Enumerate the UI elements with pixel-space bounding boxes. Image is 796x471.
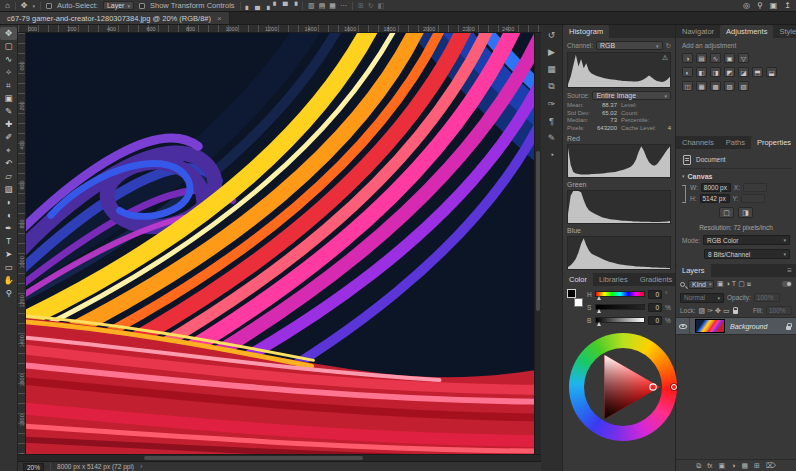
distribute-vertical-icon[interactable]: ▤ xyxy=(319,2,326,10)
posterize-icon[interactable]: ▦ xyxy=(696,81,707,91)
channel-mixer-icon[interactable]: ◪ xyxy=(738,67,749,77)
color-lookup-icon[interactable]: ⬒ xyxy=(752,67,763,77)
lock-pixels-icon[interactable]: ✑ xyxy=(707,307,713,315)
color-balance-icon[interactable]: ◧ xyxy=(696,67,707,77)
document-tab[interactable]: c67-79 gamer-and-creator-1280307384.jpg … xyxy=(0,12,230,24)
layer-effects-icon[interactable]: fx xyxy=(707,462,712,469)
clone-source-icon[interactable]: ⧉ xyxy=(548,81,554,92)
cached-data-warning-icon[interactable]: ⚠ xyxy=(662,54,668,62)
horizontal-ruler[interactable]: 0002004006008001000120014001600180020002… xyxy=(18,25,541,33)
canvas-section-caret-icon[interactable]: ▾ xyxy=(682,173,685,179)
color-wheel[interactable] xyxy=(567,331,671,453)
new-group-icon[interactable]: ▦ xyxy=(741,462,748,470)
hue-slider-handle[interactable] xyxy=(597,296,601,300)
new-layer-icon[interactable]: ⊞ xyxy=(754,462,760,470)
add-mask-icon[interactable]: ▣ xyxy=(719,462,726,470)
workspace-icon[interactable]: ▣ xyxy=(770,1,778,10)
filter-shape-icon[interactable]: ▢ xyxy=(738,280,745,288)
exposure-icon[interactable]: ▣ xyxy=(724,53,735,63)
pattern-icon[interactable]: ⬓ xyxy=(766,67,777,77)
frame-tool[interactable]: ▣ xyxy=(0,92,17,105)
marquee-tool[interactable]: ▢ xyxy=(0,40,17,53)
foreground-color-swatch[interactable] xyxy=(567,289,576,298)
layers-panel-menu-icon[interactable]: ≡ xyxy=(783,264,796,277)
help-icon[interactable]: ◎ xyxy=(743,1,750,10)
tab-channels[interactable]: Channels xyxy=(676,136,720,149)
share-icon[interactable]: ↥ xyxy=(784,1,791,10)
tab-properties[interactable]: Properties xyxy=(751,136,796,149)
lock-all-icon[interactable] xyxy=(733,310,738,314)
tool-presets-icon[interactable]: ▦ xyxy=(547,64,556,74)
tab-histogram[interactable]: Histogram xyxy=(563,25,609,38)
rotate-view-icon[interactable]: ↻ xyxy=(368,2,374,10)
trim-canvas-button[interactable]: ◨ xyxy=(738,207,753,218)
align-left-icon[interactable]: ▖ xyxy=(246,2,251,10)
healing-brush-tool[interactable]: ✚ xyxy=(0,118,17,131)
levels-icon[interactable]: ▤ xyxy=(696,53,707,63)
vibrance-icon[interactable]: ▽ xyxy=(738,53,749,63)
tab-navigator[interactable]: Navigator xyxy=(676,25,720,38)
lock-artboard-icon[interactable]: ▭ xyxy=(723,307,730,315)
paragraph-icon[interactable]: ¶ xyxy=(549,116,554,126)
brush-settings-icon[interactable]: ✑ xyxy=(548,99,556,109)
lock-position-icon[interactable]: ✥ xyxy=(715,307,721,315)
hue-saturation-icon[interactable]: ◐ xyxy=(682,67,693,77)
link-layers-icon[interactable]: ⧉ xyxy=(696,462,701,470)
pan-zoom-icon[interactable]: ◧ xyxy=(378,2,385,10)
crop-canvas-button[interactable]: ▢ xyxy=(719,207,734,218)
character-icon[interactable]: ✎ xyxy=(548,133,556,143)
align-bottom-icon[interactable]: ▝ xyxy=(292,2,297,10)
blend-mode-select[interactable]: Normal xyxy=(680,293,724,303)
layer-search-icon[interactable] xyxy=(680,282,685,287)
history-icon[interactable]: ↺ xyxy=(548,30,556,40)
hand-tool[interactable]: ✋ xyxy=(0,274,17,287)
width-field[interactable]: 8000 px xyxy=(701,183,731,192)
horizontal-scrollbar[interactable] xyxy=(18,454,541,461)
actions-icon[interactable]: ▶ xyxy=(548,47,555,57)
filter-type-icon[interactable]: T xyxy=(732,280,736,288)
vertical-scrollbar-thumb[interactable] xyxy=(536,151,540,311)
layer-row-background[interactable]: Background xyxy=(676,317,796,335)
gradient-tool[interactable]: ▨ xyxy=(0,183,17,196)
refresh-histogram-icon[interactable]: ↻ xyxy=(666,42,671,50)
brightness-slider[interactable] xyxy=(595,317,645,323)
tool-preset-caret-icon[interactable]: ▾ xyxy=(33,3,36,9)
distribute-horizontal-icon[interactable]: ▥ xyxy=(308,2,315,10)
align-center-icon[interactable]: ▄ xyxy=(255,2,260,9)
align-top-icon[interactable]: ▘ xyxy=(273,2,278,10)
move-tool[interactable]: ✥ xyxy=(0,27,17,40)
clone-stamp-tool[interactable]: ⌖ xyxy=(0,144,17,157)
brightness-value-field[interactable]: 0 xyxy=(648,316,662,325)
horizontal-scrollbar-thumb[interactable] xyxy=(144,456,364,460)
tab-libraries[interactable]: Libraries xyxy=(593,273,634,286)
threshold-icon[interactable]: ▩ xyxy=(710,81,721,91)
link-dimensions-icon[interactable] xyxy=(682,185,686,203)
invert-icon[interactable]: ◫ xyxy=(682,81,693,91)
tab-paths[interactable]: Paths xyxy=(720,136,751,149)
layer-locked-icon[interactable] xyxy=(786,326,791,330)
brightness-contrast-icon[interactable]: ◑ xyxy=(682,53,693,63)
hue-ring-indicator[interactable] xyxy=(671,384,677,390)
dodge-tool[interactable]: ◖ xyxy=(0,209,17,222)
tab-layers[interactable]: Layers xyxy=(676,264,711,277)
filter-pixel-icon[interactable]: ▣ xyxy=(717,280,724,288)
align-middle-icon[interactable]: ▀ xyxy=(283,2,288,9)
distribute-spacing-icon[interactable]: ▦ xyxy=(329,2,336,10)
saturation-slider-handle[interactable] xyxy=(597,309,601,313)
close-tab-icon[interactable]: × xyxy=(217,14,222,23)
type-tool[interactable]: T xyxy=(0,235,17,248)
new-adjustment-icon[interactable]: ◑ xyxy=(731,462,735,469)
opacity-field[interactable]: 100% xyxy=(754,293,780,302)
lock-transparency-icon[interactable]: ▨ xyxy=(699,307,706,315)
filter-adjustment-icon[interactable]: ◑ xyxy=(726,280,730,288)
lasso-tool[interactable]: ∿ xyxy=(0,53,17,66)
color-mode-select[interactable]: RGB Color xyxy=(703,235,790,245)
eyedropper-tool[interactable]: ✎ xyxy=(0,105,17,118)
align-options-icon[interactable]: ⋯ xyxy=(340,2,347,10)
layer-name[interactable]: Background xyxy=(730,323,767,330)
current-tool-icon[interactable]: ✥ xyxy=(21,1,28,11)
home-icon[interactable]: ⌂ xyxy=(5,1,10,11)
curves-icon[interactable]: ∿ xyxy=(710,53,721,63)
filter-toggle[interactable] xyxy=(782,281,792,287)
search-icon[interactable]: ⚲ xyxy=(757,1,763,10)
